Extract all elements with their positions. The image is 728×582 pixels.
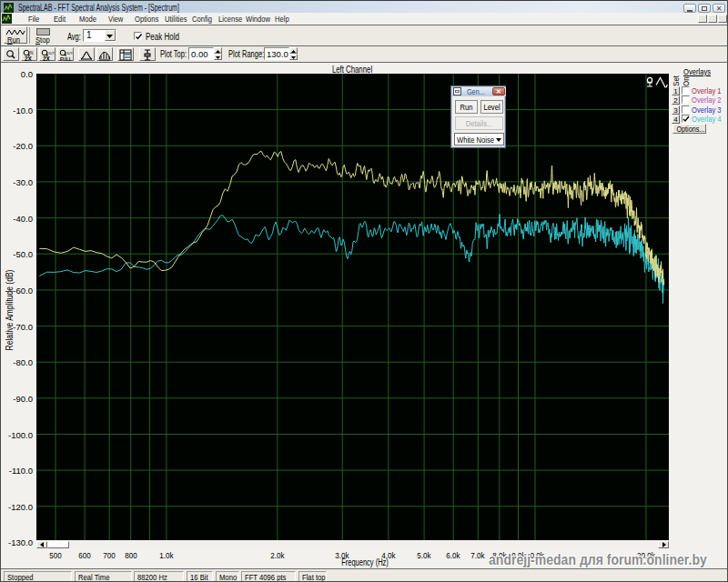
svg-text:2X: 2X — [25, 55, 33, 62]
svg-text:2X: 2X — [43, 55, 51, 62]
svg-text:OUT: OUT — [66, 51, 74, 55]
svg-text:FULL: FULL — [60, 56, 72, 62]
